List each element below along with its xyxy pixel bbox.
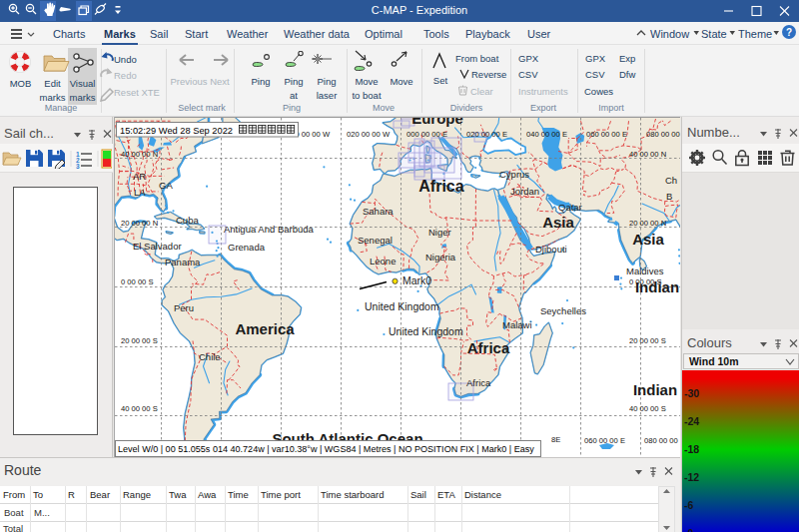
svg-text:R: R — [68, 489, 75, 500]
svg-text:20 00 00 S: 20 00 00 S — [121, 336, 158, 345]
svg-text:ETA: ETA — [437, 489, 455, 500]
svg-text:020 00 00 W: 020 00 00 W — [347, 130, 391, 139]
svg-text:Twa: Twa — [169, 489, 187, 500]
svg-text:Europe: Europe — [411, 118, 463, 127]
svg-text:Level W/0 | 00 51.055s 014 40.: Level W/0 | 00 51.055s 014 40.724w | var… — [118, 444, 534, 454]
svg-text:Grenada: Grenada — [228, 242, 266, 253]
svg-text:Africa: Africa — [467, 339, 510, 356]
svg-text:Qatar: Qatar — [558, 202, 582, 213]
svg-text:20 00 00 N: 20 00 00 N — [121, 219, 158, 228]
svg-text:Panama: Panama — [165, 257, 201, 267]
svg-text:Sahara: Sahara — [363, 206, 394, 217]
svg-text:Sail: Sail — [410, 489, 426, 500]
svg-text:40 00 00 N: 40 00 00 N — [629, 150, 666, 159]
svg-text:Awa: Awa — [198, 489, 217, 500]
svg-text:America: America — [235, 320, 295, 337]
svg-text:Bear: Bear — [90, 489, 110, 500]
svg-text:Malawi: Malawi — [502, 319, 532, 330]
svg-text:United Kingdom: United Kingdom — [365, 300, 439, 312]
svg-text:Niger: Niger — [428, 227, 451, 238]
svg-text:20 00 00 S: 20 00 00 S — [629, 336, 666, 345]
svg-text:Ch: Ch — [665, 175, 677, 186]
svg-text:8E: 8E — [551, 435, 560, 444]
svg-text:Nigeria: Nigeria — [425, 252, 456, 263]
svg-text:Total: Total — [3, 523, 23, 532]
svg-text:Indian: Indian — [633, 381, 677, 398]
svg-text:000 00 00 E: 000 00 00 E — [406, 130, 447, 139]
svg-text:GA: GA — [159, 180, 173, 191]
svg-text:Cuba: Cuba — [176, 215, 199, 226]
svg-text:Indian: Indian — [635, 278, 679, 295]
svg-text:Seychelles: Seychelles — [540, 305, 586, 316]
svg-text:El Salvador: El Salvador — [133, 241, 182, 252]
svg-text:AR: AR — [133, 171, 146, 182]
svg-text:080 00 00: 080 00 00 — [646, 130, 680, 139]
svg-text:Boat: Boat — [4, 507, 24, 518]
svg-text:Jordan: Jordan — [510, 186, 539, 197]
svg-text:Distance: Distance — [464, 489, 501, 500]
svg-text:Africa: Africa — [466, 377, 491, 388]
svg-text:Asia: Asia — [632, 231, 664, 248]
svg-text:Time: Time — [228, 489, 249, 500]
svg-text:Time port: Time port — [261, 489, 301, 500]
svg-text:Cyprus: Cyprus — [499, 169, 529, 180]
svg-text:060 00 00 E: 060 00 00 E — [586, 130, 627, 139]
svg-text:B: B — [666, 191, 672, 202]
svg-text:15:02:29 Wed 28 Sep 2022: 15:02:29 Wed 28 Sep 2022 — [120, 126, 233, 136]
svg-text:To: To — [33, 489, 43, 500]
svg-text:40 00 00 S: 40 00 00 S — [121, 404, 158, 413]
svg-text:Time starboard: Time starboard — [321, 489, 385, 500]
svg-text:Maldives: Maldives — [626, 266, 664, 276]
svg-text:20 00 00 N: 20 00 00 N — [629, 219, 666, 228]
svg-text:Djibouti: Djibouti — [535, 244, 567, 255]
svg-text:Chile: Chile — [199, 351, 221, 362]
svg-text:M...: M... — [34, 507, 50, 518]
svg-text:Africa: Africa — [418, 178, 463, 195]
svg-text:Senegal: Senegal — [358, 235, 393, 246]
svg-text:40 00 00 N: 40 00 00 N — [121, 150, 158, 159]
svg-text:0 00 00 S: 0 00 00 S — [121, 277, 154, 286]
svg-text:United Kingdom: United Kingdom — [389, 325, 463, 337]
svg-text:Leone: Leone — [370, 256, 396, 266]
svg-text:LA: LA — [134, 187, 146, 198]
svg-text:Mark0: Mark0 — [402, 274, 431, 286]
svg-text:Asia: Asia — [542, 214, 574, 231]
svg-text:Range: Range — [123, 489, 151, 500]
svg-text:020 00 00 E: 020 00 00 E — [466, 130, 507, 139]
svg-text:3: 3 — [76, 163, 80, 170]
svg-text:Peru: Peru — [174, 302, 194, 313]
svg-text:?: ? — [786, 27, 792, 38]
svg-text:Antigua And Barbuda: Antigua And Barbuda — [224, 224, 315, 235]
svg-text:060 00 00 E: 060 00 00 E — [584, 436, 625, 445]
svg-text:40 00 00 S: 40 00 00 S — [629, 404, 666, 413]
svg-text:080 00 00: 080 00 00 — [644, 436, 678, 445]
svg-text:040 00 00 E: 040 00 00 E — [526, 130, 567, 139]
svg-text:From: From — [3, 489, 25, 500]
